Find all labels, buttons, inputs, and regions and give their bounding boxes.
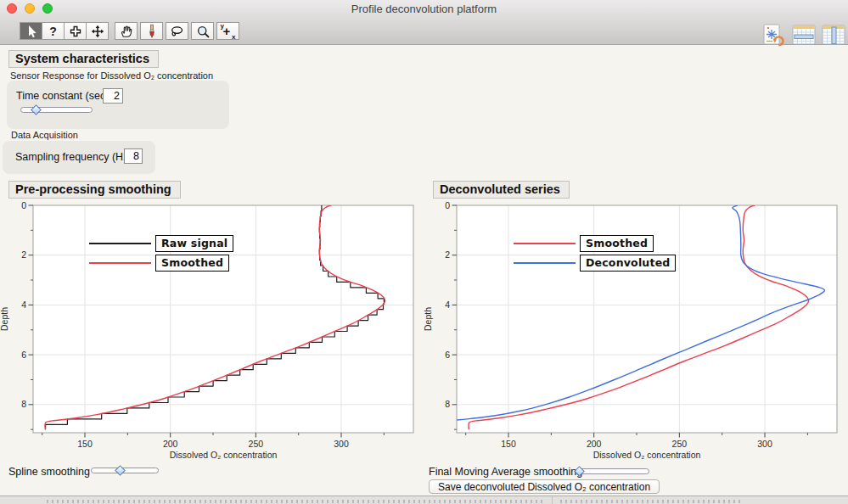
svg-text:0: 0 (445, 201, 450, 210)
data-acquisition-label: Data Acquisition (11, 130, 78, 140)
save-deconvoluted-button[interactable]: Save deconvoluted Dissolved O₂ concentra… (429, 479, 660, 494)
svg-text:Dissolved O₂ concentration: Dissolved O₂ concentration (593, 450, 701, 460)
svg-text:6: 6 (21, 350, 26, 360)
legend-label-smoothed-2[interactable]: Smoothed (580, 235, 654, 252)
svg-text:8: 8 (445, 399, 450, 409)
background-window-text (560, 500, 743, 503)
background-window-edge (0, 496, 848, 504)
legend-line-deconvoluted (514, 262, 576, 264)
legend-line-smoothed (89, 262, 151, 264)
final-ma-label: Final Moving Average smoothing (429, 466, 582, 478)
svg-text:150: 150 (501, 439, 516, 449)
svg-text:Dissolved O₂ concentration: Dissolved O₂ concentration (170, 450, 278, 460)
spline-smoothing-label: Spline smoothing (8, 466, 90, 478)
sampling-frequency-label: Sampling frequency (Hz) (15, 151, 132, 163)
svg-text:4: 4 (21, 300, 26, 310)
svg-text:8: 8 (21, 399, 26, 409)
legend-label-smoothed[interactable]: Smoothed (155, 255, 229, 272)
svg-text:300: 300 (757, 439, 772, 449)
legend-label-deconvoluted[interactable]: Deconvoluted (580, 255, 676, 272)
svg-text:2: 2 (21, 249, 26, 260)
time-constant-input[interactable] (103, 88, 123, 104)
svg-text:4: 4 (445, 300, 450, 310)
svg-text:6: 6 (445, 350, 450, 360)
svg-text:250: 250 (672, 439, 688, 449)
svg-text:250: 250 (249, 439, 264, 449)
pre-processing-header[interactable]: Pre-processing smoothing (8, 181, 181, 199)
svg-text:Depth: Depth (424, 307, 433, 331)
svg-text:200: 200 (587, 439, 602, 449)
svg-text:300: 300 (334, 439, 349, 449)
svg-text:150: 150 (77, 439, 93, 449)
svg-text:2: 2 (445, 249, 450, 260)
time-constant-label: Time constant (sec) (16, 90, 109, 102)
svg-text:Depth: Depth (0, 307, 9, 331)
legend-line-raw-signal (89, 243, 151, 244)
svg-text:0: 0 (21, 201, 26, 210)
system-characteristics-header[interactable]: System characteristics (8, 50, 159, 68)
final-ma-slider-track[interactable] (578, 468, 649, 474)
legend-label-raw-signal[interactable]: Raw signal (155, 235, 233, 252)
sampling-frequency-input[interactable] (124, 148, 143, 164)
sensor-response-label: Sensor Response for Dissolved O₂ concent… (10, 70, 213, 81)
background-window-divider (552, 496, 553, 504)
legend-line-smoothed-2 (514, 243, 576, 244)
svg-text:200: 200 (163, 439, 178, 449)
background-window-text (47, 500, 543, 503)
deconvoluted-series-header[interactable]: Deconvoluted series (433, 181, 570, 199)
main-content: System characteristics Sensor Response f… (0, 0, 848, 504)
